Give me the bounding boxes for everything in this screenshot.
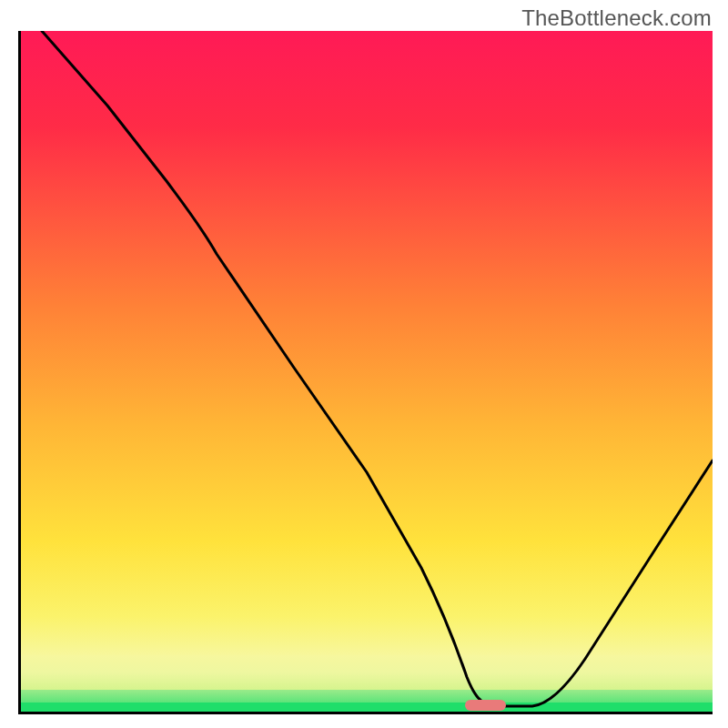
chart-container: TheBottleneck.com [0,0,728,728]
optimal-marker [465,700,506,711]
bottleneck-curve [42,31,713,706]
bottleneck-curve-svg [21,31,713,712]
plot-area [18,31,713,714]
watermark-text: TheBottleneck.com [521,5,712,31]
